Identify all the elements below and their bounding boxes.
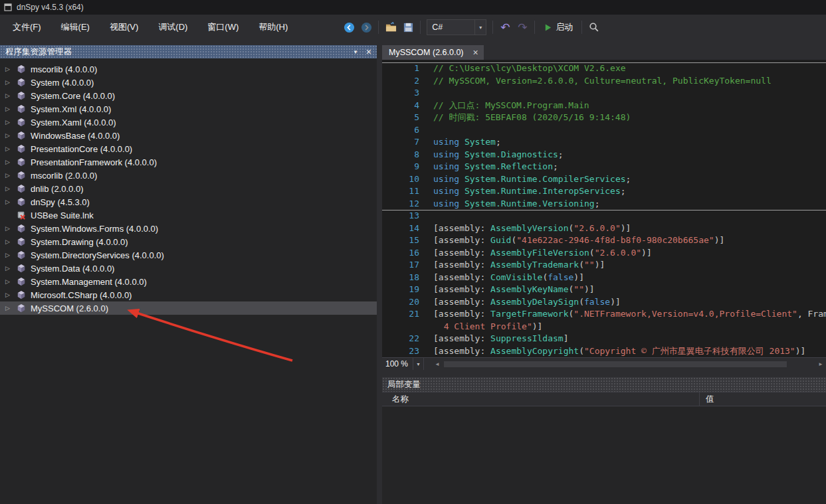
code-line[interactable]: 4 Client Profile")]	[382, 321, 826, 333]
expander-icon[interactable]: ▷	[5, 145, 17, 152]
tab-mysscom[interactable]: MySSCOM (2.6.0.0) ×	[382, 45, 484, 60]
expander-icon[interactable]: ▷	[5, 199, 17, 205]
tree-item[interactable]: ▷System.Core (4.0.0.0)	[0, 89, 377, 102]
menu-item[interactable]: 文件(F)	[6, 18, 48, 37]
scrollbar-thumb[interactable]	[444, 361, 787, 367]
broken-file-icon	[17, 210, 29, 220]
chevron-down-icon[interactable]: ▼	[413, 358, 423, 370]
assembly-explorer-header[interactable]: 程序集资源管理器 ▼ ×	[0, 45, 377, 58]
tree-item[interactable]: ▷mscorlib (4.0.0.0)	[0, 62, 377, 76]
expander-icon[interactable]: ▷	[5, 225, 17, 232]
code-line[interactable]: 10using System.Runtime.CompilerServices;	[382, 173, 826, 186]
horizontal-splitter[interactable]	[382, 370, 826, 377]
tree-item[interactable]: ▷System.Drawing (4.0.0.0)	[0, 235, 377, 248]
tree-item[interactable]: ▷WindowsBase (4.0.0.0)	[0, 129, 377, 142]
code-line[interactable]: 13	[382, 210, 826, 222]
expander-icon[interactable]: ▷	[5, 79, 17, 86]
title-bar[interactable]: dnSpy v4.5.3 (x64)	[0, 0, 826, 15]
menu-item[interactable]: 编辑(E)	[54, 18, 96, 37]
scrollbar-track[interactable]	[443, 361, 815, 368]
close-icon[interactable]: ×	[473, 48, 478, 57]
tree-item[interactable]: ▷System.DirectoryServices (4.0.0.0)	[0, 248, 377, 262]
column-header[interactable]: 名称	[382, 392, 700, 406]
back-button[interactable]	[340, 19, 358, 36]
code-line[interactable]: 12using System.Runtime.Versioning;	[382, 198, 826, 210]
column-header[interactable]: 值	[700, 392, 826, 406]
panel-menu-icon[interactable]: ▼	[353, 49, 358, 55]
start-button[interactable]: 启动	[538, 19, 578, 36]
expander-icon[interactable]: ▷	[5, 119, 17, 126]
assembly-icon	[17, 91, 29, 100]
forward-button[interactable]	[358, 19, 375, 36]
language-select[interactable]: C# ▼	[427, 19, 486, 35]
tree-item[interactable]: USBee Suite.lnk	[0, 209, 377, 222]
code-line[interactable]: 17[assembly: AssemblyTrademark("")]	[382, 259, 826, 272]
open-file-button[interactable]	[382, 19, 399, 36]
code-line[interactable]: 11using System.Runtime.InteropServices;	[382, 185, 826, 198]
tree-item[interactable]: ▷MySSCOM (2.6.0.0)	[0, 301, 377, 315]
menu-item[interactable]: 窗口(W)	[201, 18, 245, 37]
redo-button[interactable]: ↷	[514, 19, 531, 36]
tree-item[interactable]: ▷Microsoft.CSharp (4.0.0.0)	[0, 288, 377, 301]
code-line[interactable]: 19[assembly: AssemblyKeyName("")]	[382, 284, 826, 296]
locals-panel-header[interactable]: 局部变量	[382, 377, 826, 392]
expander-icon[interactable]: ▷	[5, 252, 17, 258]
code-line[interactable]: 3	[382, 87, 826, 100]
undo-icon: ↶	[500, 22, 510, 33]
panel-close-icon[interactable]: ×	[366, 47, 371, 56]
code-line[interactable]: 4// 入口点: MySSCOM.Program.Main	[382, 100, 826, 112]
menu-item[interactable]: 视图(V)	[103, 18, 145, 37]
save-all-button[interactable]	[399, 19, 417, 36]
tree-item[interactable]: ▷System.Windows.Forms (4.0.0.0)	[0, 222, 377, 235]
tree-item[interactable]: ▷dnlib (2.0.0.0)	[0, 182, 377, 195]
tree-item[interactable]: ▷PresentationCore (4.0.0.0)	[0, 142, 377, 155]
code-line[interactable]: 9using System.Reflection;	[382, 161, 826, 173]
tree-item[interactable]: ▷PresentationFramework (4.0.0.0)	[0, 155, 377, 169]
code-line[interactable]: 2// MySSCOM, Version=2.6.0.0, Culture=ne…	[382, 75, 826, 88]
zoom-select[interactable]: 100 % ▼	[382, 358, 424, 370]
code-line[interactable]: 23[assembly: AssemblyCopyright("Copyrigh…	[382, 345, 826, 358]
locals-body[interactable]	[382, 406, 826, 504]
tree-item[interactable]: ▷dnSpy (4.5.3.0)	[0, 195, 377, 209]
code-line[interactable]: 21[assembly: TargetFramework(".NETFramew…	[382, 308, 826, 321]
scroll-left-icon[interactable]: ◄	[432, 361, 443, 367]
tree-item[interactable]: ▷System.Xml (4.0.0.0)	[0, 102, 377, 116]
code-line[interactable]: 15[assembly: Guid("41e622ac-2946-4f8d-b8…	[382, 234, 826, 247]
expander-icon[interactable]: ▷	[5, 132, 17, 139]
chevron-down-icon[interactable]: ▼	[474, 20, 486, 35]
expander-icon[interactable]: ▷	[5, 159, 17, 165]
tree-item[interactable]: ▷System (4.0.0.0)	[0, 76, 377, 89]
panel-splitter[interactable]	[377, 45, 382, 504]
expander-icon[interactable]: ▷	[5, 305, 17, 311]
expander-icon[interactable]: ▷	[5, 278, 17, 285]
expander-icon[interactable]: ▷	[5, 185, 17, 192]
code-line[interactable]: 5// 时间戳: 5EBFAF08 (2020/5/16 9:14:48)	[382, 112, 826, 124]
expander-icon[interactable]: ▷	[5, 92, 17, 99]
expander-icon[interactable]: ▷	[5, 238, 17, 245]
tree-item[interactable]: ▷System.Xaml (4.0.0.0)	[0, 116, 377, 129]
code-line[interactable]: 14[assembly: AssemblyVersion("2.6.0.0")]	[382, 222, 826, 235]
horizontal-scrollbar[interactable]: ◄ ►	[432, 358, 826, 370]
expander-icon[interactable]: ▷	[5, 66, 17, 72]
code-line[interactable]: 1// C:\Users\lcy\Desktop\XCOM V2.6.exe	[382, 62, 826, 75]
code-editor[interactable]: 1// C:\Users\lcy\Desktop\XCOM V2.6.exe2/…	[382, 60, 826, 357]
code-line[interactable]: 18[assembly: ComVisible(false)]	[382, 272, 826, 284]
search-button[interactable]	[585, 19, 603, 36]
menu-item[interactable]: 调试(D)	[152, 18, 194, 37]
code-line[interactable]: 16[assembly: AssemblyFileVersion("2.6.0.…	[382, 247, 826, 260]
expander-icon[interactable]: ▷	[5, 172, 17, 179]
code-line[interactable]: 7using System;	[382, 136, 826, 149]
undo-button[interactable]: ↶	[496, 19, 514, 36]
code-line[interactable]: 22[assembly: SuppressIldasm]	[382, 333, 826, 345]
scroll-right-icon[interactable]: ►	[815, 361, 826, 367]
code-line[interactable]: 8using System.Diagnostics;	[382, 149, 826, 161]
expander-icon[interactable]: ▷	[5, 265, 17, 272]
tree-item[interactable]: ▷mscorlib (2.0.0.0)	[0, 169, 377, 182]
expander-icon[interactable]: ▷	[5, 292, 17, 298]
code-line[interactable]: 20[assembly: AssemblyDelaySign(false)]	[382, 296, 826, 309]
menu-item[interactable]: 帮助(H)	[252, 18, 294, 37]
tree-item[interactable]: ▷System.Data (4.0.0.0)	[0, 262, 377, 275]
tree-item[interactable]: ▷System.Management (4.0.0.0)	[0, 275, 377, 288]
expander-icon[interactable]: ▷	[5, 106, 17, 112]
code-line[interactable]: 6	[382, 124, 826, 137]
